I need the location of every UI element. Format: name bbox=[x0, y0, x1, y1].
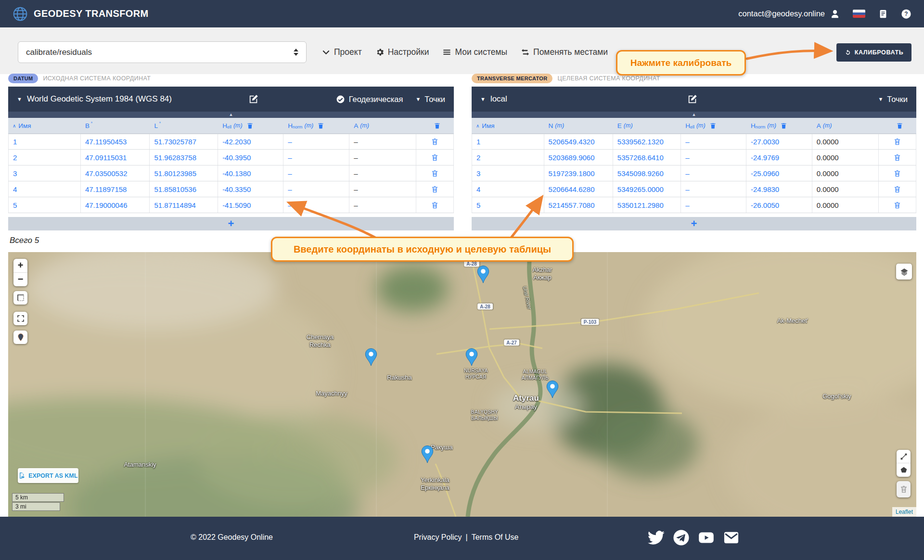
draw-polyline-button[interactable] bbox=[897, 450, 911, 463]
export-kml-button[interactable]: EXPORT AS KML bbox=[18, 468, 78, 483]
map-marker-pin[interactable] bbox=[421, 445, 434, 464]
target-cell[interactable]: -27.0030 bbox=[746, 134, 812, 149]
language-flag-ru[interactable] bbox=[853, 10, 865, 18]
delete-row-icon[interactable] bbox=[431, 169, 439, 178]
target-cell[interactable]: 5206549.4320 bbox=[544, 134, 613, 149]
source-cell[interactable]: 47.19000046 bbox=[81, 197, 150, 213]
source-cell[interactable]: – bbox=[349, 197, 416, 213]
edit-system-icon[interactable] bbox=[687, 94, 698, 104]
delete-row-icon[interactable] bbox=[431, 201, 439, 209]
source-cell[interactable]: – bbox=[283, 134, 349, 149]
help-icon[interactable]: ? bbox=[901, 9, 911, 19]
delete-row-icon[interactable] bbox=[431, 185, 439, 193]
source-cell[interactable]: 51.85810536 bbox=[150, 181, 218, 197]
target-cell[interactable]: 1 bbox=[472, 134, 544, 149]
terms-link[interactable]: Terms Of Use bbox=[472, 533, 519, 542]
source-cell[interactable]: 2 bbox=[8, 150, 81, 165]
map-marker-pin[interactable] bbox=[477, 266, 490, 284]
target-cell[interactable]: – bbox=[681, 181, 746, 197]
delete-row-cell[interactable] bbox=[416, 181, 454, 197]
target-cell[interactable]: 5 bbox=[472, 197, 544, 213]
source-cell[interactable]: -40.3350 bbox=[218, 181, 283, 197]
delete-row-cell[interactable] bbox=[879, 134, 916, 149]
target-cell[interactable]: 5339562.1320 bbox=[613, 134, 681, 149]
target-cell[interactable]: 3 bbox=[472, 165, 544, 181]
telegram-icon[interactable] bbox=[673, 529, 690, 546]
email-icon[interactable] bbox=[723, 529, 740, 546]
target-system-select[interactable]: ▼ local bbox=[480, 94, 507, 104]
delete-row-icon[interactable] bbox=[893, 138, 901, 146]
target-cell[interactable]: – bbox=[681, 165, 746, 181]
source-add-row-button[interactable]: + bbox=[8, 217, 454, 230]
delete-row-cell[interactable] bbox=[416, 150, 454, 165]
target-cell[interactable]: 4 bbox=[472, 181, 544, 197]
target-points-dropdown[interactable]: ▼ Точки bbox=[878, 95, 908, 104]
target-cell[interactable]: 5349265.0000 bbox=[613, 181, 681, 197]
delete-column-icon[interactable] bbox=[896, 122, 903, 129]
source-cell[interactable]: – bbox=[349, 150, 416, 165]
target-cell[interactable]: 0.0000 bbox=[812, 197, 879, 213]
source-system-select[interactable]: ▼ World Geodetic System 1984 (WGS 84) bbox=[17, 94, 172, 104]
source-cell[interactable]: – bbox=[349, 181, 416, 197]
target-add-row-button[interactable]: + bbox=[472, 217, 916, 230]
calibrate-button[interactable]: КАЛИБРОВАТЬ bbox=[836, 43, 911, 62]
source-cell[interactable]: -42.2030 bbox=[218, 134, 283, 149]
target-cell[interactable]: 5203689.9060 bbox=[544, 150, 613, 165]
target-cell[interactable]: 5345098.9260 bbox=[613, 165, 681, 181]
mode-select[interactable]: calibrate/residuals bbox=[18, 41, 307, 63]
twitter-icon[interactable] bbox=[648, 529, 665, 546]
source-cell[interactable]: -41.5090 bbox=[218, 197, 283, 213]
menu-item-my-systems[interactable]: Мои системы bbox=[442, 47, 507, 57]
target-cell[interactable]: 5357268.6410 bbox=[613, 150, 681, 165]
source-cell[interactable]: 51.80123985 bbox=[150, 165, 218, 181]
delete-row-cell[interactable] bbox=[416, 165, 454, 181]
source-cell[interactable]: – bbox=[349, 165, 416, 181]
source-cell[interactable]: 47.03500532 bbox=[81, 165, 150, 181]
delete-column-icon[interactable] bbox=[709, 122, 717, 129]
delete-row-icon[interactable] bbox=[893, 169, 901, 178]
source-cell[interactable]: 47.09115031 bbox=[81, 150, 150, 165]
source-collapse-strip[interactable]: ▲ bbox=[8, 112, 454, 118]
privacy-policy-link[interactable]: Privacy Policy bbox=[414, 533, 462, 542]
delete-row-cell[interactable] bbox=[879, 150, 916, 165]
target-cell[interactable]: 5197239.1800 bbox=[544, 165, 613, 181]
target-cell[interactable]: 0.0000 bbox=[812, 165, 879, 181]
menu-item-settings[interactable]: Настройки bbox=[375, 47, 429, 57]
delete-row-cell[interactable] bbox=[879, 181, 916, 197]
zoom-out-button[interactable]: − bbox=[13, 273, 27, 287]
source-cell[interactable]: – bbox=[283, 150, 349, 165]
source-cell[interactable]: 47.11897158 bbox=[81, 181, 150, 197]
source-cell[interactable]: 51.96283758 bbox=[150, 150, 218, 165]
target-cell[interactable]: 0.0000 bbox=[812, 181, 879, 197]
target-cell[interactable]: – bbox=[681, 197, 746, 213]
delete-row-icon[interactable] bbox=[431, 153, 439, 162]
add-marker-button[interactable] bbox=[13, 331, 27, 344]
source-cell[interactable]: 51.87114894 bbox=[150, 197, 218, 213]
source-cell[interactable]: 4 bbox=[8, 181, 81, 197]
layers-button[interactable] bbox=[896, 264, 912, 280]
fullscreen-button[interactable] bbox=[13, 312, 27, 325]
map[interactable]: AkzharАкжарUral RiverAk-Mechet'ChernayaR… bbox=[8, 252, 916, 517]
target-cell[interactable]: -26.0050 bbox=[746, 197, 812, 213]
delete-column-icon[interactable] bbox=[434, 122, 441, 129]
target-cell[interactable]: -24.9769 bbox=[746, 150, 812, 165]
source-points-dropdown[interactable]: ▼ Точки bbox=[415, 95, 445, 104]
target-collapse-strip[interactable]: ▲ bbox=[472, 112, 916, 118]
map-attribution[interactable]: Leaflet bbox=[892, 507, 916, 517]
source-cell[interactable]: – bbox=[283, 197, 349, 213]
source-cell[interactable]: 51.73025787 bbox=[150, 134, 218, 149]
target-cell[interactable]: – bbox=[681, 150, 746, 165]
youtube-icon[interactable] bbox=[698, 529, 715, 546]
source-cell[interactable]: 47.11950453 bbox=[81, 134, 150, 149]
map-marker-pin[interactable] bbox=[546, 381, 559, 399]
draw-polygon-button[interactable] bbox=[897, 463, 911, 477]
source-cell[interactable]: 5 bbox=[8, 197, 81, 213]
source-cell[interactable]: – bbox=[283, 165, 349, 181]
target-cell[interactable]: -25.0960 bbox=[746, 165, 812, 181]
map-marker-pin[interactable] bbox=[365, 348, 378, 367]
target-cell[interactable]: 5214557.7080 bbox=[544, 197, 613, 213]
target-cell[interactable]: 5350121.2980 bbox=[613, 197, 681, 213]
source-column-header[interactable]: ∧Имя bbox=[8, 118, 81, 133]
target-column-header[interactable]: ∧Имя bbox=[472, 118, 544, 133]
docs-icon[interactable] bbox=[878, 9, 888, 19]
